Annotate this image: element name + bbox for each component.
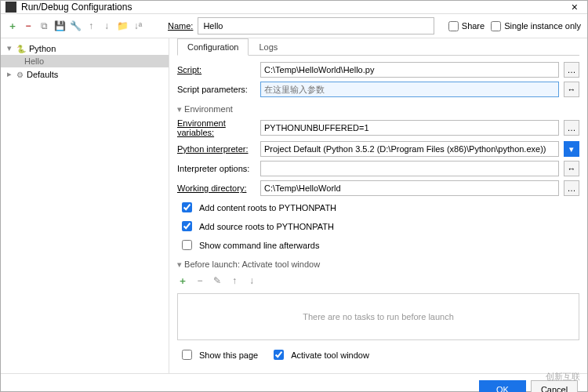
bl-up-button[interactable]: ↑ [229, 275, 240, 286]
tab-bar: Configuration Logs [177, 38, 579, 56]
interp-options-expand-button[interactable]: ↔ [564, 161, 579, 176]
name-label: Name: [168, 21, 193, 31]
bl-down-button[interactable]: ↓ [246, 275, 257, 286]
bl-add-button[interactable]: ＋ [177, 275, 188, 286]
settings-icon[interactable]: 🔧 [70, 20, 81, 31]
no-tasks-text: There are no tasks to run before launch [303, 312, 454, 321]
window-title: Run/Debug Configurations [21, 2, 567, 13]
interp-options-label: Interpreter options: [177, 164, 256, 173]
workdir-input[interactable] [260, 180, 559, 196]
tab-configuration[interactable]: Configuration [177, 38, 249, 56]
workdir-label: Working directory: [177, 183, 256, 193]
show-this-page-checkbox[interactable]: Show this page [177, 347, 258, 362]
dialog-body: ＋ − ⧉ 💾 🔧 ↑ ↓ 📁 ↓ª Name: Share Single in… [1, 14, 587, 392]
interpreter-label: Python interpreter: [177, 144, 256, 154]
add-config-button[interactable]: ＋ [7, 20, 18, 31]
script-params-expand-button[interactable]: ↔ [564, 82, 579, 97]
top-row: ＋ − ⧉ 💾 🔧 ↑ ↓ 📁 ↓ª Name: Share Single in… [1, 14, 587, 34]
script-input[interactable] [260, 62, 559, 78]
config-form: Script: … Script parameters: ↔ Environme… [177, 56, 579, 368]
before-launch-list: There are no tasks to run before launch [177, 293, 579, 340]
interpreter-dropdown-button[interactable]: ▾ [564, 141, 579, 157]
activate-tool-window-checkbox[interactable]: Activate tool window [269, 347, 369, 362]
tree-item-label: Python [29, 44, 56, 53]
tree-item-label: Hello [24, 56, 44, 66]
section-before-launch[interactable]: Before launch: Activate tool window [177, 260, 579, 270]
before-launch-toolbar: ＋ − ✎ ↑ ↓ [177, 275, 579, 286]
bl-edit-button[interactable]: ✎ [212, 275, 223, 286]
tree-item-defaults[interactable]: ▸ Defaults [1, 67, 169, 81]
tab-logs[interactable]: Logs [249, 38, 288, 55]
app-icon [5, 2, 16, 13]
row-script-params: Script parameters: ↔ [177, 82, 579, 97]
interp-options-input[interactable] [260, 161, 559, 176]
row-env-vars: Environment variables: … [177, 118, 579, 137]
tree-item-label: Defaults [27, 70, 58, 79]
tree-item-hello[interactable]: Hello [1, 55, 169, 67]
share-checkbox[interactable]: Share [448, 21, 485, 31]
remove-config-button[interactable]: − [23, 20, 34, 31]
sort-button[interactable]: ↓ª [132, 20, 143, 31]
python-icon [16, 44, 26, 53]
bl-remove-button[interactable]: − [194, 275, 205, 286]
row-script: Script: … [177, 62, 579, 78]
config-tree: ▾ Python Hello ▸ Defaults [1, 38, 169, 373]
envvars-label: Environment variables: [177, 118, 256, 137]
script-params-input[interactable] [260, 82, 559, 97]
titlebar: Run/Debug Configurations × [1, 1, 587, 14]
copy-config-button[interactable]: ⧉ [38, 20, 49, 31]
ok-button[interactable]: OK [479, 380, 526, 392]
chevron-right-icon: ▸ [5, 69, 13, 79]
section-environment[interactable]: Environment [177, 104, 579, 114]
name-input[interactable] [198, 17, 434, 34]
tree-toolbar: ＋ − ⧉ 💾 🔧 ↑ ↓ 📁 ↓ª [7, 20, 168, 31]
move-up-button[interactable]: ↑ [85, 20, 96, 31]
save-config-button[interactable]: 💾 [54, 20, 65, 31]
move-down-button[interactable]: ↓ [101, 20, 112, 31]
cancel-button[interactable]: Cancel [531, 380, 578, 392]
dialog-window: Run/Debug Configurations × ＋ − ⧉ 💾 🔧 ↑ ↓… [0, 0, 588, 392]
row-interpreter: Python interpreter: ▾ [177, 141, 579, 157]
single-instance-checkbox[interactable]: Single instance only [491, 21, 581, 31]
add-source-roots-checkbox[interactable]: Add source roots to PYTHONPATH [177, 219, 579, 234]
workdir-browse-button[interactable]: … [564, 180, 579, 196]
row-interp-options: Interpreter options: ↔ [177, 161, 579, 176]
script-label: Script: [177, 65, 256, 74]
script-params-label: Script parameters: [177, 85, 256, 94]
add-content-roots-checkbox[interactable]: Add content roots to PYTHONPATH [177, 200, 579, 215]
folder-button[interactable]: 📁 [117, 20, 128, 31]
gear-icon [16, 70, 24, 79]
envvars-input[interactable] [260, 120, 559, 136]
tree-item-python[interactable]: ▾ Python [1, 42, 169, 55]
show-cmd-afterwards-checkbox[interactable]: Show command line afterwards [177, 238, 579, 252]
row-working-dir: Working directory: … [177, 180, 579, 196]
envvars-browse-button[interactable]: … [564, 120, 579, 136]
script-browse-button[interactable]: … [564, 62, 579, 78]
close-icon[interactable]: × [567, 1, 583, 13]
main-split: ▾ Python Hello ▸ Defaults Configuration … [1, 38, 587, 373]
chevron-down-icon: ▾ [5, 43, 13, 53]
dialog-footer: OK Cancel [1, 373, 587, 392]
interpreter-input[interactable] [260, 141, 559, 157]
config-panel: Configuration Logs Script: … Script para… [169, 38, 587, 373]
